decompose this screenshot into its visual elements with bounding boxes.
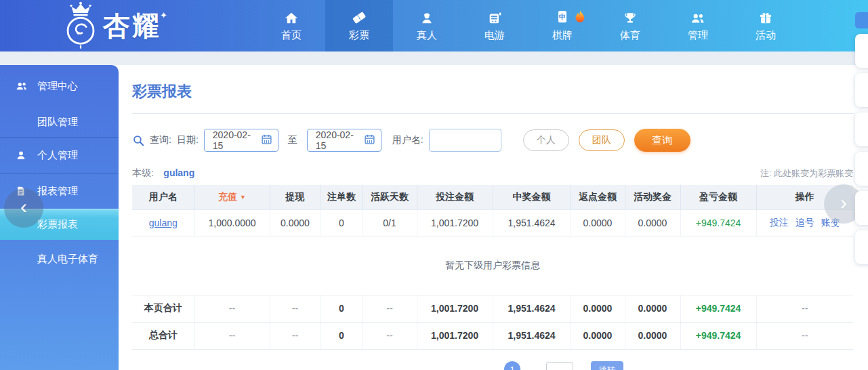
bet-link[interactable]: 投注 [770,217,789,228]
quick-action-panel: A 挂 手 聊 帮 户 看 [855,12,868,270]
cell-recharge: -- [194,322,270,349]
quick-action-5[interactable]: 户 [855,191,868,225]
nav-item-sports[interactable]: 体育 [596,0,664,52]
brand-name: 杏耀 [103,1,161,50]
nav-item-egames[interactable]: 电游 [461,0,529,52]
sidebar-item-live-esports[interactable]: 真人电子体育 [0,240,119,278]
nav-label: 管理 [688,29,708,42]
col-recharge-sortable[interactable]: 充值▼ [194,185,270,209]
nav-item-home[interactable]: 首页 [257,0,325,52]
username-link[interactable]: gulang [149,218,178,228]
nav-label: 体育 [620,29,640,42]
query-bar: 查询: 日期: 2020-02-15 至 2020-02-15 用户名: 个人 … [132,129,854,152]
team-button[interactable]: 团队 [579,129,625,151]
sidebar-item-team-management[interactable]: 团队管理 [0,107,119,137]
cell-bet-count: 0 [321,209,363,236]
cell-withdraw: -- [270,322,321,349]
account-change-note: 注: 此处账变为彩票账变 [760,167,853,180]
sort-desc-icon: ▼ [240,194,246,201]
sidebar-item-personal-management[interactable]: 个人管理 [0,138,119,173]
cell-bet-amount: 1,001.7200 [417,209,493,236]
date-from-input[interactable]: 2020-02-15 [204,129,278,152]
page-jump-input[interactable] [546,362,573,370]
query-label: 查询: [150,134,171,146]
username-input[interactable] [429,129,501,152]
cell-operations: -- [756,295,853,322]
nav-label: 活动 [756,29,776,42]
cell-active-days: 0/1 [363,209,417,236]
grand-total-row: 总合计 -- -- 0 -- 1,001.7200 1,951.4624 0.0… [132,322,853,349]
table-header-row: 用户名 充值▼ 提现 注单数 活跃天数 投注金额 中奖金额 返点金额 活动奖金 … [132,185,853,209]
cell-profit: +949.7424 [680,295,756,322]
cell-active-days: -- [363,322,417,349]
gift-icon [758,9,773,26]
quick-action-4[interactable]: 帮 [855,152,868,186]
meta-row: 本级: gulang 注: 此处账变为彩票账变 [132,167,853,180]
calendar-icon [364,133,375,147]
quick-action-app[interactable]: A [855,12,868,28]
cell-profit: +949.7424 [680,322,756,349]
cell-rebate-amount: 0.0000 [571,295,625,322]
sidebar-item-label: 真人电子体育 [37,253,98,266]
hot-flame-icon [571,9,590,29]
quick-action-2[interactable]: 手 [855,73,868,107]
cell-bet-count: 0 [321,295,363,322]
cell-activity-bonus: 0.0000 [625,209,680,236]
empty-message: 暂无下级用户彩票信息 [132,236,853,295]
col-username: 用户名 [132,185,194,209]
page-total-label: 本页合计 [132,295,194,322]
col-active-days: 活跃天数 [363,185,417,209]
quick-action-6[interactable]: 看 [855,230,868,264]
cell-username: gulang [132,209,194,236]
quick-action-1[interactable]: 挂 [855,34,868,68]
nav-item-boardgames[interactable]: 中 棋牌 [529,0,596,52]
slot-machine-icon [487,9,502,26]
col-bet-count: 注单数 [321,185,363,209]
page-go-button[interactable]: 跳转 [591,361,623,370]
app-window: 杏耀 ✦ 首页 彩票 真人 [0,0,868,370]
top-header: 杏耀 ✦ 首页 彩票 真人 [0,0,868,52]
home-icon [284,9,299,26]
brand-logo[interactable]: 杏耀 ✦ [58,1,169,50]
calendar-icon [261,133,272,147]
col-profit: 盈亏金额 [680,185,756,209]
lottery-ticket-icon [351,9,367,26]
col-withdraw: 提现 [270,185,321,209]
nav-item-live[interactable]: 真人 [393,0,461,52]
page-total-row: 本页合计 -- -- 0 -- 1,001.7200 1,951.4624 0.… [132,295,853,322]
search-submit-button[interactable]: 查询 [634,129,690,152]
nav-item-management[interactable]: 管理 [664,0,732,52]
grand-total-label: 总合计 [132,322,194,349]
sidebar-item-label: 报表管理 [37,185,78,198]
table-row: gulang 1,000.0000 0.0000 0 0/1 1,001.720… [132,209,853,236]
cell-win-amount: 1,951.4624 [493,322,571,349]
sidebar-item-management-center[interactable]: 管理中心 [0,65,119,107]
cell-active-days: -- [363,295,417,322]
cell-win-amount: 1,951.4624 [493,295,571,322]
nav-item-activity[interactable]: 活动 [732,0,800,52]
main-content: 彩票报表 查询: 日期: 2020-02-15 至 2020-02-15 用户名 [119,65,868,370]
nav-item-lottery[interactable]: 彩票 [325,0,393,52]
report-table: 用户名 充值▼ 提现 注单数 活跃天数 投注金额 中奖金额 返点金额 活动奖金 … [132,185,853,350]
nav-label: 彩票 [349,29,369,42]
sidebar-collapse-button[interactable]: ‹ [4,188,43,228]
sidebar-item-label: 彩票报表 [37,218,78,231]
sidebar-item-label: 个人管理 [37,149,78,162]
col-activity-bonus: 活动奖金 [625,185,680,209]
quick-action-3[interactable]: 聊 [855,112,868,146]
col-win-amount: 中奖金额 [493,185,571,209]
cell-rebate-amount: 0.0000 [571,209,625,236]
cell-rebate-amount: 0.0000 [571,322,625,349]
personal-button[interactable]: 个人 [523,129,569,151]
level-username[interactable]: gulang [163,167,194,178]
nav-label: 电游 [484,29,505,42]
cell-win-amount: 1,951.4624 [493,209,571,236]
nav-label: 真人 [417,29,437,42]
cell-activity-bonus: 0.0000 [625,295,680,322]
cell-withdraw: 0.0000 [270,209,321,236]
date-to-input[interactable]: 2020-02-15 [307,129,381,152]
to-label: 至 [288,134,297,146]
chase-link[interactable]: 追号 [795,217,814,228]
col-bet-amount: 投注金额 [417,185,493,209]
nav-label: 棋牌 [552,29,573,42]
